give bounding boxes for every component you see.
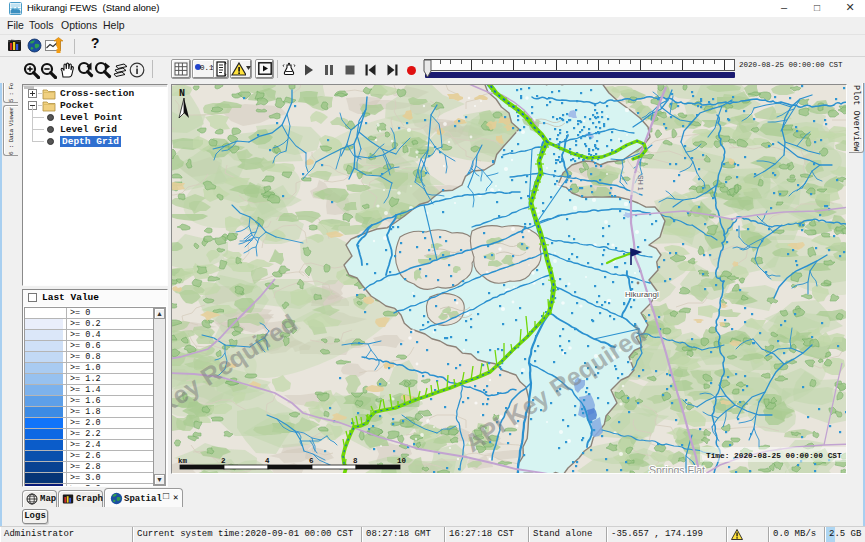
svg-text:10: 10 bbox=[397, 457, 407, 465]
svg-text:Time: 2020-08-25 00:00:00 CST: Time: 2020-08-25 00:00:00 CST bbox=[706, 452, 842, 460]
svg-text:6: 6 bbox=[309, 457, 314, 465]
svg-text:Hikurangi: Hikurangi bbox=[625, 290, 659, 299]
svg-text:km: km bbox=[178, 457, 188, 465]
svg-text:SH 1: SH 1 bbox=[637, 175, 644, 191]
svg-text:8: 8 bbox=[353, 457, 358, 465]
svg-text:4: 4 bbox=[265, 457, 270, 465]
svg-text:2: 2 bbox=[221, 457, 226, 465]
svg-text:Springs Flat: Springs Flat bbox=[649, 464, 705, 474]
svg-text:N: N bbox=[179, 88, 185, 99]
